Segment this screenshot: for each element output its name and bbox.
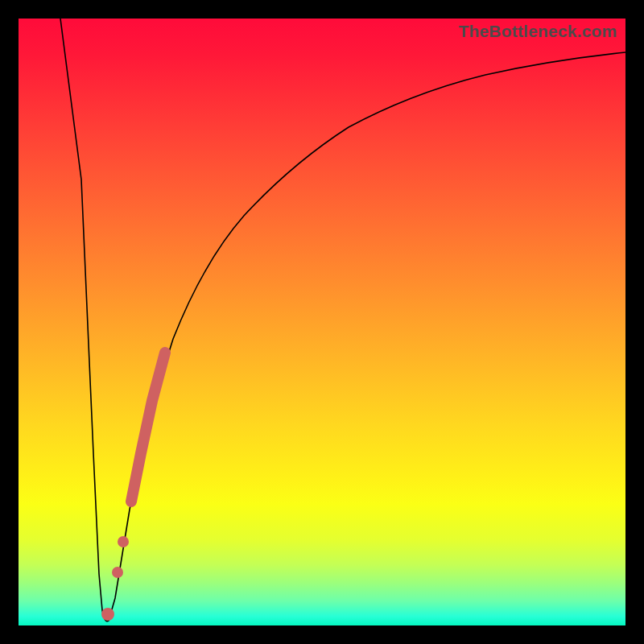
plot-area: TheBottleneck.com bbox=[19, 19, 625, 625]
highlight-dot bbox=[112, 567, 123, 578]
bottleneck-curve bbox=[60, 19, 625, 621]
chart-frame: TheBottleneck.com bbox=[0, 0, 644, 644]
highlight-segment bbox=[131, 353, 165, 502]
highlight-dot bbox=[101, 608, 114, 621]
highlight-dot bbox=[118, 536, 129, 547]
curve-svg bbox=[19, 19, 625, 625]
